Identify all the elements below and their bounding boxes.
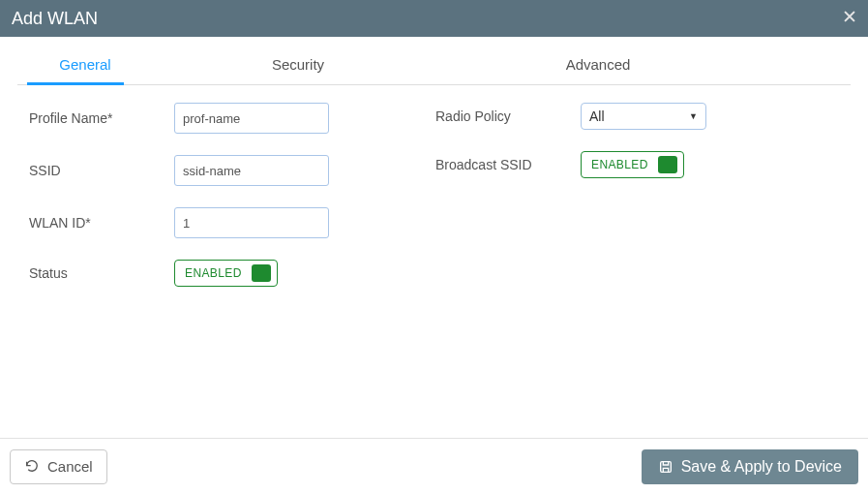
field-status: Status ENABLED (29, 260, 377, 287)
radio-policy-select[interactable]: All ▼ (581, 103, 706, 130)
save-apply-button[interactable]: Save & Apply to Device (642, 449, 858, 484)
status-label: Status (29, 265, 174, 281)
form-content: Profile Name* SSID WLAN ID* Status ENABL… (0, 85, 868, 287)
toggle-knob-icon (252, 264, 271, 282)
field-wlan-id: WLAN ID* (29, 207, 377, 238)
wlan-id-label: WLAN ID* (29, 215, 174, 231)
broadcast-ssid-toggle[interactable]: ENABLED (581, 151, 684, 178)
dialog-footer: Cancel Save & Apply to Device (0, 438, 868, 494)
tab-label: Security (272, 56, 324, 73)
profile-name-input[interactable] (174, 103, 329, 134)
field-ssid: SSID (29, 155, 377, 186)
undo-icon (24, 459, 40, 475)
svg-rect-0 (660, 461, 671, 472)
close-icon[interactable] (843, 10, 856, 27)
save-apply-button-label: Save & Apply to Device (681, 458, 842, 476)
broadcast-ssid-toggle-label: ENABLED (591, 158, 648, 171)
field-profile-name: Profile Name* (29, 103, 377, 134)
left-column: Profile Name* SSID WLAN ID* Status ENABL… (29, 103, 377, 287)
toggle-knob-icon (658, 156, 677, 173)
chevron-down-icon: ▼ (689, 111, 698, 121)
status-toggle-label: ENABLED (185, 266, 242, 280)
profile-name-label: Profile Name* (29, 110, 174, 126)
status-toggle[interactable]: ENABLED (174, 260, 278, 287)
tab-bar: General Security Advanced (17, 46, 851, 85)
tab-general[interactable]: General (17, 46, 153, 84)
ssid-input[interactable] (174, 155, 329, 186)
dialog-title: Add WLAN (12, 9, 98, 29)
save-icon (658, 459, 673, 475)
field-radio-policy: Radio Policy All ▼ (435, 103, 784, 130)
cancel-button[interactable]: Cancel (10, 449, 107, 484)
right-column: Radio Policy All ▼ Broadcast SSID ENABLE… (435, 103, 784, 287)
ssid-label: SSID (29, 163, 174, 178)
tab-advanced[interactable]: Advanced (443, 46, 753, 84)
wlan-id-input[interactable] (174, 207, 329, 238)
tab-label: General (59, 56, 110, 73)
tab-label: Advanced (566, 56, 631, 73)
dialog-titlebar: Add WLAN (0, 0, 868, 37)
radio-policy-label: Radio Policy (435, 108, 581, 124)
cancel-button-label: Cancel (47, 458, 93, 475)
broadcast-ssid-label: Broadcast SSID (435, 157, 581, 172)
field-broadcast-ssid: Broadcast SSID ENABLED (435, 151, 784, 178)
radio-policy-value: All (589, 108, 605, 124)
tab-security[interactable]: Security (153, 46, 443, 84)
